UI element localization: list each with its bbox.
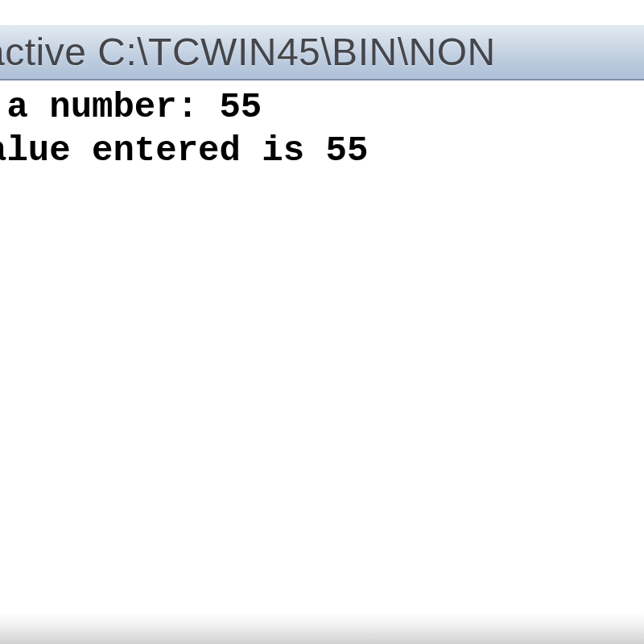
console-line: The value entered is 55	[0, 129, 644, 172]
bottom-edge-shadow	[0, 612, 644, 644]
window-title: Inactive C:\TCWIN45\BIN\NON	[0, 30, 496, 74]
window-titlebar[interactable]: Inactive C:\TCWIN45\BIN\NON	[0, 24, 644, 80]
window-outer-gap	[0, 0, 644, 24]
console-output-area[interactable]: Enter a number: 55 The value entered is …	[0, 80, 644, 612]
console-line: Enter a number: 55	[0, 85, 644, 129]
